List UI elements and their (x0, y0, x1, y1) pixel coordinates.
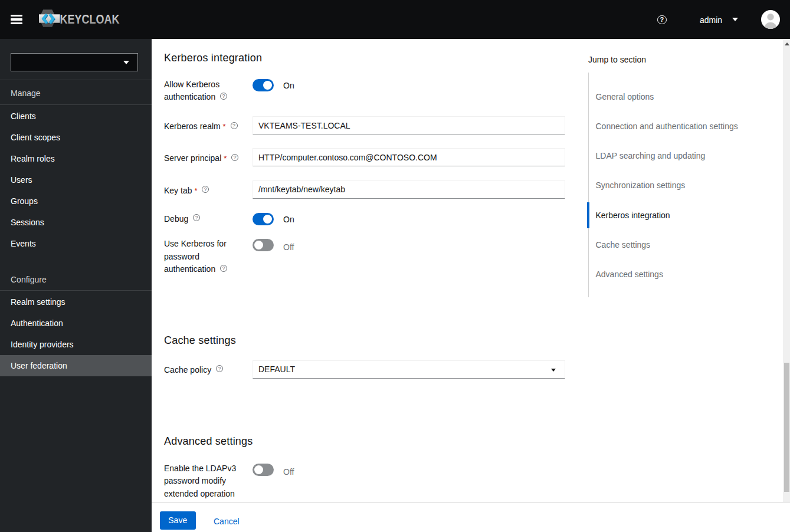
svg-text:KEYCLOAK: KEYCLOAK (60, 12, 120, 27)
